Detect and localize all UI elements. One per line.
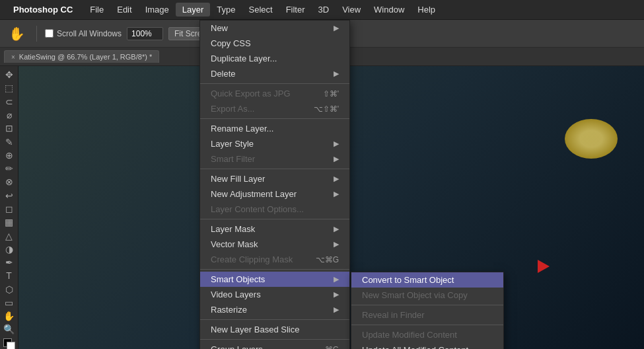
menu-layer-new-arrow: ▶ [334, 24, 339, 32]
sidebar-marquee-tool[interactable]: ⬚ [2, 82, 17, 94]
menu-layer-copy-css[interactable]: Copy CSS [200, 36, 349, 51]
layer-dropdown-menu: New ▶ Copy CSS Duplicate Layer... Delete… [199, 20, 350, 349]
tab-close-icon[interactable]: × [11, 54, 15, 61]
menu-layer[interactable]: Layer [176, 3, 211, 17]
menu-layer-new-fill[interactable]: New Fill Layer ▶ [200, 171, 349, 186]
menu-layer-new-adjustment[interactable]: New Adjustment Layer ▶ [200, 186, 349, 202]
sidebar-history-tool[interactable]: ↩ [2, 190, 17, 202]
menu-layer-video-layers-label: Video Layers [211, 290, 261, 299]
tab-title: KatieSwing @ 66.7% (Layer 1, RGB/8*) * [19, 53, 152, 61]
sidebar-pen-tool[interactable]: ✒ [2, 256, 17, 268]
menu-layer-video-layers-arrow: ▶ [334, 290, 339, 299]
menu-layer-new-slice-label: New Layer Based Slice [211, 325, 299, 334]
menu-3d[interactable]: 3D [312, 3, 336, 17]
menu-layer-smart-filter-label: Smart Filter [211, 154, 255, 164]
menu-layer-rename[interactable]: Rename Layer... [200, 121, 349, 136]
menu-layer-rasterize[interactable]: Rasterize ▶ [200, 302, 349, 317]
menu-edit[interactable]: Edit [110, 3, 138, 17]
submenu-update-all-modified[interactable]: Update All Modified Content [351, 342, 503, 349]
menu-layer-vector-mask-label: Vector Mask [211, 239, 258, 249]
menu-layer-group-label: Group Layers [211, 344, 263, 349]
menu-layer-content-options-label: Layer Content Options... [211, 204, 304, 214]
menu-view[interactable]: View [336, 3, 367, 17]
menu-layer-duplicate-label: Duplicate Layer... [211, 54, 277, 63]
menu-layer-new-fill-label: New Fill Layer [211, 174, 265, 184]
menu-layer-content-options: Layer Content Options... [200, 202, 349, 217]
document-tab[interactable]: × KatieSwing @ 66.7% (Layer 1, RGB/8*) * [4, 50, 159, 63]
menu-layer-smart-objects-arrow: ▶ [334, 275, 339, 284]
menu-layer-smart-objects-label: Smart Objects [211, 274, 265, 284]
move-tool-icon[interactable]: ✋ [5, 24, 28, 44]
menu-layer-new[interactable]: New ▶ [200, 20, 349, 36]
sidebar-gradient-tool[interactable]: ▦ [2, 216, 17, 228]
sidebar-heal-tool[interactable]: ⊕ [2, 149, 17, 161]
menu-filter[interactable]: Filter [279, 3, 312, 17]
menu-layer-clipping-mask: Create Clipping Mask ⌥⌘G [200, 252, 349, 267]
canvas-bokeh [565, 119, 618, 159]
submenu-reveal-finder: Reveal in Finder [351, 307, 503, 323]
sidebar-shape-tool[interactable]: ▭ [2, 297, 17, 309]
sep-4 [200, 219, 349, 219]
sep-3 [200, 169, 349, 169]
submenu-reveal-finder-label: Reveal in Finder [362, 310, 425, 320]
sidebar-move-tool[interactable]: ✥ [2, 69, 17, 81]
submenu-sep-1 [351, 305, 503, 305]
submenu-new-smart-object-copy-label: New Smart Object via Copy [362, 290, 468, 300]
menu-layer-video-layers[interactable]: Video Layers ▶ [200, 287, 349, 302]
sidebar-clone-tool[interactable]: ⊗ [2, 176, 17, 188]
sidebar-blur-tool[interactable]: △ [2, 229, 17, 241]
menu-help[interactable]: Help [411, 3, 442, 17]
menu-layer-smart-objects[interactable]: Smart Objects ▶ Convert to Smart Object … [200, 272, 349, 287]
menu-layer-style[interactable]: Layer Style ▶ [200, 136, 349, 151]
menu-layer-group-shortcut: ⌘G [325, 345, 339, 350]
menu-layer-quick-export: Quick Export as JPG ⇧⌘' [200, 86, 349, 101]
app-name[interactable]: Photoshop CC [13, 5, 73, 15]
menu-file[interactable]: File [83, 3, 110, 17]
submenu-convert-smart-object[interactable]: Convert to Smart Object [351, 272, 503, 288]
sidebar-type-tool[interactable]: T [2, 270, 17, 282]
menu-layer-new-adjustment-arrow: ▶ [334, 190, 339, 198]
menu-image[interactable]: Image [139, 3, 176, 17]
zoom-input[interactable] [127, 27, 163, 40]
menu-layer-smart-filter-arrow: ▶ [334, 155, 339, 163]
menu-layer-quick-export-shortcut: ⇧⌘' [323, 89, 339, 98]
menu-layer-rasterize-arrow: ▶ [334, 305, 339, 314]
menu-layer-vector-mask-arrow: ▶ [334, 240, 339, 249]
sep-5 [200, 269, 349, 270]
sidebar-dodge-tool[interactable]: ◑ [2, 243, 17, 255]
menu-layer-clipping-mask-label: Create Clipping Mask [211, 254, 293, 264]
menu-layer-export-as-shortcut: ⌥⇧⌘' [314, 104, 339, 114]
scroll-all-windows-group: Scroll All Windows [45, 29, 122, 38]
menu-layer-vector-mask[interactable]: Vector Mask ▶ [200, 237, 349, 252]
sidebar-hand-tool[interactable]: ✋ [2, 310, 17, 322]
menu-window[interactable]: Window [367, 3, 411, 17]
sidebar-crop-tool[interactable]: ⊡ [2, 122, 17, 134]
scroll-all-windows-checkbox[interactable] [45, 29, 54, 38]
menu-layer-mask-label: Layer Mask [211, 224, 255, 234]
menu-layer-export-as-label: Export As... [211, 104, 254, 114]
sidebar-brush-tool[interactable]: ✏ [2, 163, 17, 174]
submenu-update-all-modified-label: Update All Modified Content [362, 345, 468, 349]
sidebar-wand-tool[interactable]: ⌀ [2, 109, 17, 121]
submenu-new-smart-object-copy: New Smart Object via Copy [351, 288, 503, 303]
sidebar-zoom-tool[interactable]: 🔍 [2, 323, 17, 335]
menu-layer-style-arrow: ▶ [334, 139, 339, 148]
menu-layer-duplicate[interactable]: Duplicate Layer... [200, 51, 349, 66]
sidebar-eraser-tool[interactable]: ◻ [2, 203, 17, 215]
menu-layer-new-slice[interactable]: New Layer Based Slice [200, 322, 349, 337]
submenu-update-modified-label: Update Modified Content [362, 330, 457, 340]
menu-select[interactable]: Select [242, 3, 279, 17]
menu-layer-rename-label: Rename Layer... [211, 124, 273, 134]
menu-layer-new-label: New [211, 23, 228, 33]
sidebar-eyedropper-tool[interactable]: ✎ [2, 136, 17, 147]
sidebar-path-tool[interactable]: ⬡ [2, 284, 17, 295]
menu-layer-delete[interactable]: Delete ▶ [200, 66, 349, 81]
sep-1 [200, 83, 349, 84]
menu-layer-mask[interactable]: Layer Mask ▶ [200, 221, 349, 237]
toolbar-divider-1 [36, 26, 37, 42]
sidebar-lasso-tool[interactable]: ⊂ [2, 96, 17, 108]
menu-type[interactable]: Type [210, 3, 242, 17]
menu-layer-group[interactable]: Group Layers ⌘G [200, 342, 349, 349]
sidebar-fg-bg-colors[interactable] [2, 337, 17, 349]
menu-layer-new-fill-arrow: ▶ [334, 174, 339, 183]
